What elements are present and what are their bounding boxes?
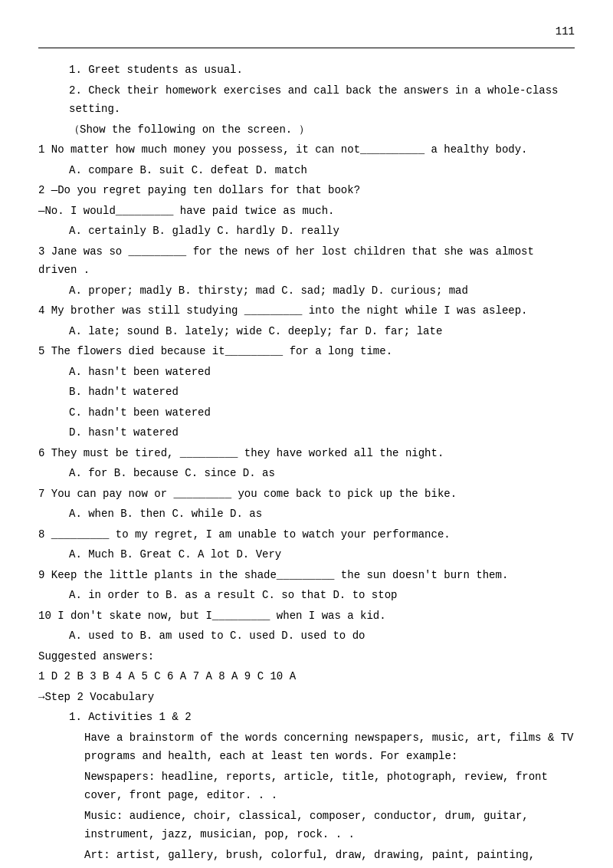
q4-options: A. late; sound B. lately; wide C. deeply…	[69, 322, 575, 341]
q2-stem2: —No. I would_________ have paid twice as…	[38, 202, 575, 221]
q9-options: A. in order to B. as a result C. so that…	[69, 586, 575, 605]
q5-optB: B. hadn't watered	[69, 383, 575, 402]
step1-item1: 1. Greet students as usual.	[69, 61, 575, 80]
q7-stem: 7 You can pay now or _________ you come …	[38, 485, 575, 504]
q2-stem1: 2 —Do you regret paying ten dollars for …	[38, 181, 575, 200]
q4-stem: 4 My brother was still studying ________…	[38, 301, 575, 321]
activities-label: 1. Activities 1 & 2	[69, 708, 575, 727]
music-text: Music: audience, choir, classical, compo…	[84, 807, 575, 844]
q6-stem: 6 They must be tired, _________ they hav…	[38, 444, 575, 463]
q2-options: A. certainly B. gladly C. hardly D. real…	[69, 222, 575, 241]
q10-options: A. used to B. am used to C. used D. used…	[69, 626, 575, 646]
step2-header: →Step 2 Vocabulary	[38, 688, 575, 707]
suggested-answers: 1 D 2 B 3 B 4 A 5 C 6 A 7 A 8 A 9 C 10 A	[38, 667, 575, 686]
suggested-label: Suggested answers:	[38, 647, 575, 666]
q8-stem: 8 _________ to my regret, I am unable to…	[38, 525, 575, 544]
q1-options: A. compare B. suit C. defeat D. match	[69, 161, 575, 180]
q10-stem: 10 I don't skate now, but I_________ whe…	[38, 607, 575, 626]
art-text: Art: artist, gallery, brush, colorful, d…	[84, 846, 575, 868]
step1-item2: 2. Check their homework exercises and ca…	[69, 81, 575, 119]
q5-stem: 5 The flowers died because it_________ f…	[38, 342, 575, 361]
q3-stem: 3 Jane was so _________ for the news of …	[38, 242, 575, 280]
q8-options: A. Much B. Great C. A lot D. Very	[69, 545, 575, 564]
newspapers-text: Newspapers: headline, reports, article, …	[84, 768, 575, 805]
q5-optD: D. hasn't watered	[69, 423, 575, 442]
main-content: 1. Greet students as usual. 2. Check the…	[38, 61, 575, 868]
q1-stem: 1 No matter how much money you possess, …	[38, 140, 575, 159]
brainstorm-text: Have a brainstorm of the words concernin…	[84, 728, 575, 766]
divider	[38, 48, 575, 48]
page-number-top: 111	[38, 23, 575, 40]
q7-options: A. when B. then C. while D. as	[69, 505, 575, 524]
show-note: （Show the following on the screen. ）	[69, 120, 575, 140]
q9-stem: 9 Keep the little plants in the shade___…	[38, 566, 575, 585]
q3-options: A. proper; madly B. thirsty; mad C. sad;…	[69, 281, 575, 301]
q5-optC: C. hadn't been watered	[69, 403, 575, 422]
q5-optA: A. hasn't been watered	[69, 363, 575, 382]
q6-options: A. for B. because C. since D. as	[69, 464, 575, 483]
